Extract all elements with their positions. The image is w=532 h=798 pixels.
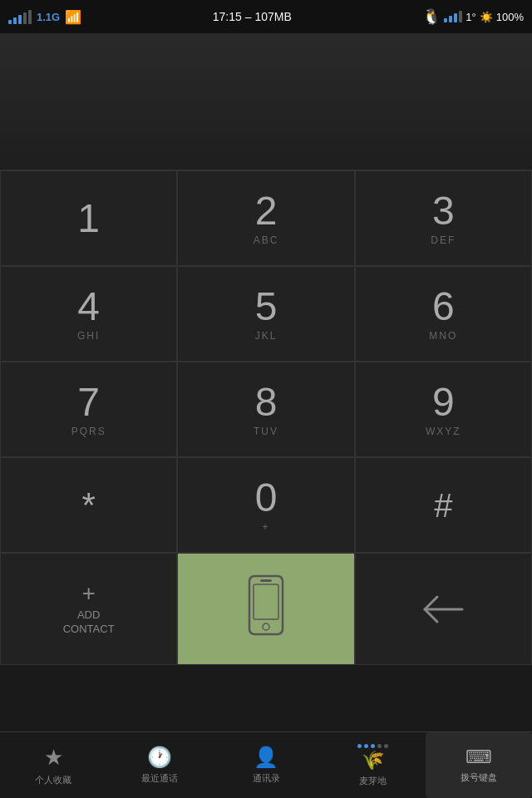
add-contact-button[interactable]: + ADDCONTACT — [0, 553, 177, 665]
signal-bar-5 — [28, 10, 32, 24]
memory-value: 107MB — [254, 10, 291, 23]
tab-recent-label: 最近通话 — [141, 772, 178, 785]
star-icon: ★ — [44, 745, 63, 771]
maiyadi-icon: 🌾 — [362, 750, 384, 771]
keypad-row-4: * 0 + # — [0, 457, 532, 553]
memory-display: – — [245, 10, 255, 23]
tab-maiyadi[interactable]: 🌾 麦芽地 — [319, 732, 426, 798]
sb-4 — [459, 11, 462, 22]
tab-favorites-label: 个人收藏 — [35, 774, 71, 786]
phone-icon — [241, 572, 291, 647]
call-button[interactable] — [177, 553, 354, 665]
key-5[interactable]: 5 JKL — [177, 266, 354, 362]
tab-favorites[interactable]: ★ 个人收藏 — [0, 732, 106, 798]
sb-1 — [444, 18, 447, 22]
dot-4 — [377, 744, 382, 748]
signal-bar-1 — [8, 20, 12, 24]
network-type: 1.1G — [37, 11, 60, 23]
key-4[interactable]: 4 GHI — [0, 266, 177, 362]
battery-display: 100% — [496, 11, 524, 23]
keypad-row-1: 1 2 ABC 3 DEF — [0, 170, 532, 266]
sb-2 — [449, 16, 452, 22]
time-display: 17:15 — [213, 10, 242, 23]
temperature-display: 1° — [466, 11, 475, 23]
keypad-icon: ⌨ — [466, 746, 492, 768]
backspace-svg — [421, 593, 466, 626]
key-9[interactable]: 9 WXYZ — [355, 362, 532, 457]
key-6[interactable]: 6 MNO — [355, 266, 532, 362]
qq-icon: 🐧 — [422, 7, 441, 26]
signal-bars-2 — [444, 11, 462, 22]
signal-bar-4 — [23, 12, 27, 24]
signal-bars — [8, 10, 32, 24]
add-contact-label: ADDCONTACT — [63, 608, 115, 637]
tab-keypad[interactable]: ⌨ 拨号键盘 — [426, 732, 532, 798]
key-7[interactable]: 7 PQRS — [0, 362, 177, 457]
add-plus-icon: + — [81, 582, 95, 605]
keypad-row-2: 4 GHI 5 JKL 6 MNO — [0, 266, 532, 362]
action-row: + ADDCONTACT — [0, 553, 532, 665]
sb-3 — [454, 13, 457, 22]
svg-rect-1 — [254, 584, 278, 619]
contacts-icon: 👤 — [254, 746, 278, 769]
signal-bar-2 — [13, 17, 17, 24]
svg-rect-3 — [260, 579, 272, 582]
dot-5 — [384, 744, 388, 748]
weather-icon: ☀️ — [480, 11, 493, 23]
key-2[interactable]: 2 ABC — [177, 170, 354, 266]
key-hash[interactable]: # — [355, 457, 532, 553]
svg-point-2 — [263, 623, 269, 630]
dot-1 — [357, 744, 362, 748]
tab-contacts-label: 通讯录 — [253, 772, 280, 785]
status-right: 🐧 1° ☀️ 100% — [422, 7, 524, 26]
wifi-icon: 📶 — [65, 9, 81, 25]
status-left: 1.1G 📶 — [8, 9, 81, 25]
backspace-button[interactable] — [355, 553, 532, 665]
dot-3 — [371, 744, 375, 748]
dots-indicator — [357, 744, 388, 748]
status-center: 17:15 – 107MB — [213, 10, 292, 23]
tab-maiyadi-label: 麦芽地 — [359, 775, 387, 787]
tab-bar: ★ 个人收藏 🕐 最近通话 👤 通讯录 🌾 麦芽地 ⌨ 拨号键盘 — [0, 732, 532, 798]
dot-2 — [364, 744, 368, 748]
keypad: 1 2 ABC 3 DEF 4 GHI 5 JKL 6 MNO 7 PQRS — [0, 170, 532, 553]
tab-contacts[interactable]: 👤 通讯录 — [213, 732, 319, 798]
status-bar: 1.1G 📶 17:15 – 107MB 🐧 1° ☀️ 100% — [0, 0, 532, 33]
tab-recent[interactable]: 🕐 最近通话 — [106, 732, 213, 798]
key-1[interactable]: 1 — [0, 170, 177, 266]
key-star[interactable]: * — [0, 457, 177, 553]
keypad-row-3: 7 PQRS 8 TUV 9 WXYZ — [0, 362, 532, 457]
key-0[interactable]: 0 + — [177, 457, 354, 553]
tab-keypad-label: 拨号键盘 — [461, 771, 497, 784]
clock-icon: 🕐 — [147, 746, 172, 769]
key-3[interactable]: 3 DEF — [355, 170, 532, 266]
signal-bar-3 — [18, 15, 22, 24]
phone-svg — [241, 572, 291, 647]
display-area — [0, 33, 532, 170]
key-8[interactable]: 8 TUV — [177, 362, 354, 457]
